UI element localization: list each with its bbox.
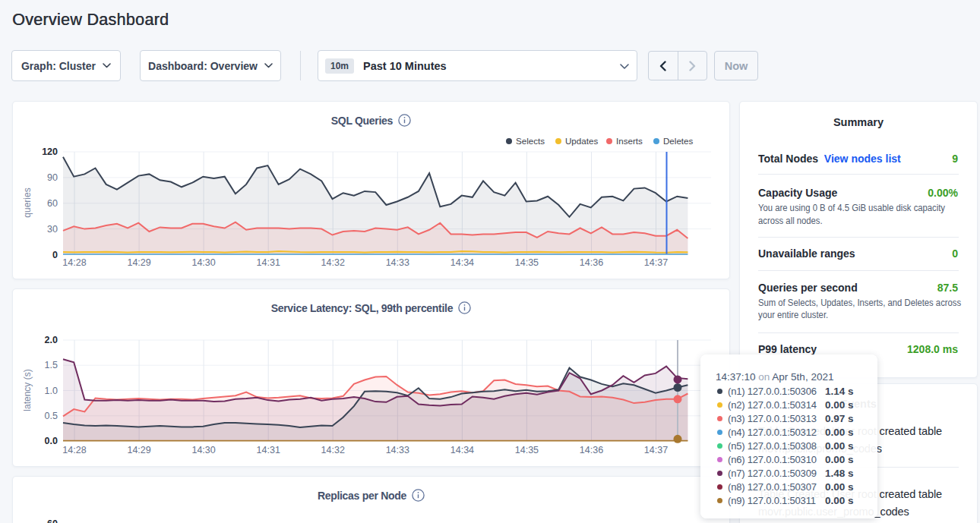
svg-text:14:37: 14:37 [644, 257, 668, 268]
svg-text:14:30: 14:30 [191, 445, 215, 455]
svg-text:14:36: 14:36 [580, 445, 603, 455]
svg-text:14:28: 14:28 [62, 257, 86, 268]
svg-text:14:33: 14:33 [386, 445, 409, 455]
svg-text:120: 120 [42, 147, 58, 157]
svg-text:latency (s): latency (s) [22, 369, 33, 411]
svg-text:60: 60 [47, 518, 58, 523]
svg-text:14:28: 14:28 [62, 445, 86, 455]
svg-text:30: 30 [47, 224, 58, 235]
svg-text:0.5: 0.5 [45, 411, 58, 421]
svg-text:14:32: 14:32 [321, 257, 345, 268]
svg-text:14:35: 14:35 [515, 257, 539, 268]
svg-text:60: 60 [47, 198, 58, 209]
svg-text:14:30: 14:30 [191, 257, 215, 268]
svg-text:2.0: 2.0 [45, 335, 58, 345]
svg-text:0.0: 0.0 [45, 436, 58, 446]
svg-text:90: 90 [47, 172, 58, 183]
svg-text:14:31: 14:31 [257, 445, 280, 455]
svg-text:14:34: 14:34 [450, 445, 474, 455]
svg-text:14:36: 14:36 [580, 257, 603, 268]
svg-text:14:29: 14:29 [127, 257, 150, 268]
svg-text:14:34: 14:34 [450, 257, 474, 268]
svg-text:0: 0 [52, 250, 58, 260]
svg-text:1.0: 1.0 [45, 386, 58, 396]
svg-text:queries: queries [22, 187, 33, 217]
svg-text:14:29: 14:29 [127, 445, 150, 455]
svg-text:14:31: 14:31 [257, 257, 280, 268]
svg-text:1.5: 1.5 [45, 360, 58, 370]
svg-text:14:33: 14:33 [386, 257, 409, 268]
svg-text:14:35: 14:35 [515, 445, 539, 455]
svg-text:14:37: 14:37 [644, 445, 668, 455]
svg-text:14:32: 14:32 [321, 445, 345, 455]
